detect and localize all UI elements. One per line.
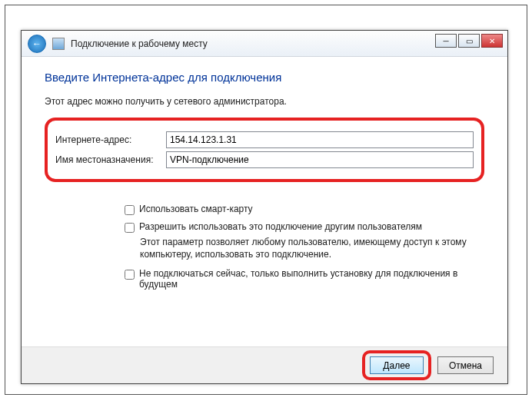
address-label: Интернете-адрес:	[52, 134, 166, 145]
wizard-window: ← Подключение к рабочему месту Введите И…	[21, 30, 508, 384]
cancel-button[interactable]: Отмена	[437, 356, 494, 374]
screenshot-frame: ─ ▭ ✕ ← Подключение к рабочему месту Вве…	[5, 5, 527, 395]
destination-row: Имя местоназначения:	[52, 151, 474, 168]
network-icon	[52, 38, 65, 50]
close-button[interactable]: ✕	[481, 34, 503, 48]
allow-others-description: Этот параметр позволяет любому пользоват…	[45, 236, 484, 260]
footer: Далее Отмена	[22, 346, 507, 383]
address-input[interactable]	[166, 131, 474, 148]
arrow-left-icon: ←	[32, 38, 42, 49]
smartcard-row: Использовать смарт-карту	[45, 204, 484, 215]
dont-connect-checkbox[interactable]	[125, 270, 135, 280]
address-row: Интернете-адрес:	[52, 131, 474, 148]
minimize-button[interactable]: ─	[435, 34, 457, 48]
allow-others-checkbox[interactable]	[125, 223, 135, 233]
smartcard-checkbox[interactable]	[125, 205, 135, 215]
allow-others-row: Разрешить использовать это подключение д…	[45, 221, 484, 233]
next-button[interactable]: Далее	[370, 356, 424, 374]
destination-label: Имя местоназначения:	[52, 154, 166, 165]
window-controls: ─ ▭ ✕	[435, 34, 503, 48]
maximize-button[interactable]: ▭	[458, 34, 480, 48]
page-subtext: Этот адрес можно получить у сетевого адм…	[45, 96, 484, 107]
allow-others-label: Разрешить использовать это подключение д…	[139, 221, 422, 232]
next-button-highlight: Далее	[362, 350, 431, 380]
back-button[interactable]: ←	[28, 35, 46, 53]
destination-input[interactable]	[166, 151, 474, 168]
dont-connect-label: Не подключаться сейчас, только выполнить…	[139, 268, 484, 290]
content-area: Введите Интернета-адрес для подключения …	[22, 57, 507, 290]
smartcard-label: Использовать смарт-карту	[139, 204, 253, 214]
page-heading: Введите Интернета-адрес для подключения	[45, 71, 484, 84]
window-title: Подключение к рабочему месту	[71, 38, 208, 49]
fields-highlight-group: Интернете-адрес: Имя местоназначения:	[45, 118, 484, 182]
dont-connect-row: Не подключаться сейчас, только выполнить…	[45, 268, 484, 290]
